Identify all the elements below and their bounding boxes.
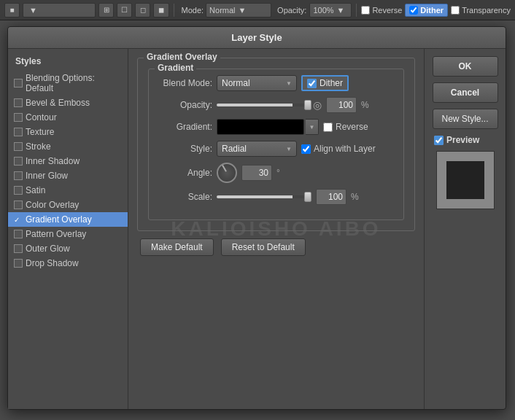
preview-checkbox[interactable] xyxy=(434,136,444,145)
preview-box xyxy=(436,151,495,209)
reverse-checkbox[interactable] xyxy=(361,6,370,15)
styles-item-checkbox-6 xyxy=(14,171,23,180)
styles-item-9[interactable]: ✓Gradient Overlay xyxy=(8,212,128,227)
toolbar-icon-5[interactable]: ◼ xyxy=(153,3,169,18)
styles-item-label-9: Gradient Overlay xyxy=(26,214,92,225)
gradient-arrow-btn[interactable]: ▼ xyxy=(306,119,319,135)
opacity-arrow: ▼ xyxy=(337,6,345,15)
blend-mode-arrow: ▼ xyxy=(286,80,292,87)
dither-check-container[interactable]: Dither xyxy=(405,4,448,17)
style-label: Style: xyxy=(158,144,212,154)
angle-dial-needle xyxy=(222,165,227,172)
opacity-dropdown[interactable]: 100% ▼ xyxy=(309,3,352,18)
toolbar-sep-2 xyxy=(356,4,357,17)
opacity-unit: % xyxy=(361,100,369,110)
make-default-button[interactable]: Make Default xyxy=(140,238,214,256)
angle-label: Angle: xyxy=(158,168,212,178)
styles-item-3[interactable]: Texture xyxy=(8,125,128,139)
opacity-row: Opacity: ◎ % xyxy=(158,97,395,113)
reset-default-button[interactable]: Reset to Default xyxy=(221,238,306,256)
styles-item-label-6: Inner Glow xyxy=(26,171,68,181)
styles-item-label-10: Pattern Overlay xyxy=(26,229,86,239)
toolbar-dropdown-1-arrow: ▼ xyxy=(29,6,37,15)
styles-item-checkbox-3 xyxy=(14,128,23,136)
dither-label-toolbar: Dither xyxy=(420,6,444,15)
align-checkbox-container[interactable]: Align with Layer xyxy=(301,144,376,154)
styles-item-label-4: Stroke xyxy=(26,141,51,152)
styles-heading: Styles xyxy=(8,55,128,71)
styles-item-1[interactable]: Bevel & Emboss xyxy=(8,96,128,110)
reverse-label: Reverse xyxy=(372,6,402,15)
gradient-swatch-control[interactable]: ▼ xyxy=(217,119,319,135)
reverse-checkbox-label: Reverse xyxy=(336,122,368,132)
styles-item-0[interactable]: Blending Options: Default xyxy=(8,71,128,96)
styles-item-2[interactable]: Contour xyxy=(8,110,128,125)
styles-item-label-8: Color Overlay xyxy=(26,200,79,210)
scale-input[interactable] xyxy=(316,189,346,205)
gradient-sub-title: Gradient xyxy=(155,63,196,73)
gradient-swatch[interactable] xyxy=(217,119,304,135)
toolbar-icon-1[interactable]: ■ xyxy=(4,3,20,18)
mode-section: Mode: Normal ▼ xyxy=(179,3,272,18)
styles-item-checkbox-10 xyxy=(14,230,23,238)
angle-dial[interactable] xyxy=(217,163,237,183)
angle-input[interactable] xyxy=(241,165,272,181)
blend-mode-dropdown[interactable]: Normal ▼ xyxy=(217,75,297,91)
styles-item-label-0: Blending Options: Default xyxy=(26,73,120,93)
opacity-slider[interactable] xyxy=(217,104,311,106)
cancel-button[interactable]: Cancel xyxy=(433,82,498,103)
blend-mode-row: Blend Mode: Normal ▼ Dither xyxy=(158,75,395,91)
styles-list: Blending Options: DefaultBevel & EmbossC… xyxy=(8,71,128,271)
preview-label-text: Preview xyxy=(446,135,479,145)
layer-style-dialog: Layer Style Styles Blending Options: Def… xyxy=(7,26,506,410)
dither-checkbox-toolbar[interactable] xyxy=(409,6,418,15)
transparency-checkbox[interactable] xyxy=(451,6,460,15)
blend-mode-label: Blend Mode: xyxy=(158,78,212,88)
toolbar-sep-1 xyxy=(174,4,174,17)
styles-item-checkbox-2 xyxy=(14,113,23,122)
styles-item-6[interactable]: Inner Glow xyxy=(8,168,128,183)
styles-item-label-2: Contour xyxy=(26,112,57,122)
styles-item-5[interactable]: Inner Shadow xyxy=(8,154,128,168)
reverse-checkbox-field[interactable] xyxy=(323,122,333,132)
styles-panel: Styles Blending Options: DefaultBevel & … xyxy=(8,49,128,409)
angle-row: Angle: ° xyxy=(158,163,395,183)
scale-row: Scale: % xyxy=(158,189,395,205)
styles-item-checkbox-8 xyxy=(14,201,23,209)
style-value: Radial xyxy=(222,144,247,154)
dither-checkbox-container[interactable]: Dither xyxy=(301,75,349,91)
styles-item-check-9: ✓ xyxy=(14,216,20,224)
styles-item-label-3: Texture xyxy=(26,127,54,137)
styles-item-11[interactable]: Outer Glow xyxy=(8,241,128,256)
mode-arrow: ▼ xyxy=(239,6,247,15)
reverse-check-container[interactable]: Reverse xyxy=(361,6,402,15)
styles-item-checkbox-0 xyxy=(14,79,23,88)
scale-slider[interactable] xyxy=(217,195,311,198)
dither-checkbox[interactable] xyxy=(307,79,317,88)
toolbar-icon-4[interactable]: ◻ xyxy=(135,3,150,18)
opacity-number[interactable] xyxy=(326,97,357,113)
styles-item-checkbox-5 xyxy=(14,157,23,166)
align-checkbox[interactable] xyxy=(301,144,311,154)
styles-item-8[interactable]: Color Overlay xyxy=(8,198,128,212)
dialog-body: Styles Blending Options: DefaultBevel & … xyxy=(8,49,506,409)
styles-item-12[interactable]: Drop Shadow xyxy=(8,256,128,271)
preview-checkbox-container[interactable]: Preview xyxy=(434,135,479,145)
ok-button[interactable]: OK xyxy=(433,56,498,77)
styles-item-10[interactable]: Pattern Overlay xyxy=(8,227,128,241)
gradient-overlay-title: Gradient Overlay xyxy=(144,52,220,62)
reverse-checkbox-container[interactable]: Reverse xyxy=(323,122,368,132)
styles-item-7[interactable]: Satin xyxy=(8,183,128,198)
toolbar-dropdown-1[interactable]: ▼ xyxy=(23,3,96,18)
toolbar-icon-3[interactable]: ☐ xyxy=(117,3,132,18)
styles-item-4[interactable]: Stroke xyxy=(8,139,128,154)
styles-item-checkbox-12 xyxy=(14,259,23,268)
mode-dropdown[interactable]: Normal ▼ xyxy=(206,3,271,18)
styles-item-checkbox-11 xyxy=(14,244,23,253)
new-style-button[interactable]: New Style... xyxy=(433,109,498,129)
right-panel: OK Cancel New Style... Preview xyxy=(424,49,506,409)
style-dropdown[interactable]: Radial ▼ xyxy=(217,141,297,157)
transparency-check-container[interactable]: Transparency xyxy=(451,6,511,15)
toolbar-icon-2[interactable]: ⊞ xyxy=(98,3,114,18)
align-checkbox-label: Align with Layer xyxy=(314,144,376,154)
